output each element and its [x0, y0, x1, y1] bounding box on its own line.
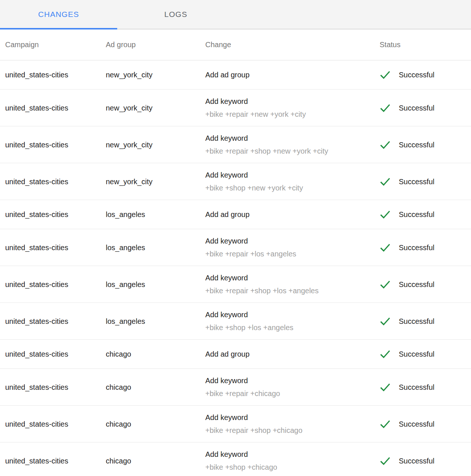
ad-group-cell: new_york_city	[106, 140, 205, 150]
column-header-campaign: Campaign	[5, 41, 106, 49]
campaign-cell: united_states-cities	[5, 349, 106, 359]
change-keywords: +bike +repair +shop +chicago	[205, 424, 380, 437]
status-label: Successful	[399, 210, 435, 219]
change-keywords: +bike +repair +chicago	[205, 387, 380, 400]
ad-group-cell: new_york_city	[106, 103, 205, 113]
tab-changes-label: CHANGES	[38, 10, 79, 19]
change-cell: Add keyword +bike +repair +chicago	[205, 374, 380, 400]
change-keywords: +bike +repair +shop +los +angeles	[205, 284, 380, 297]
status-label: Successful	[399, 382, 435, 392]
change-action: Add ad group	[205, 208, 380, 221]
change-action: Add keyword	[205, 374, 380, 387]
change-cell: Add keyword +bike +shop +chicago	[205, 448, 380, 474]
ad-group-cell: los_angeles	[106, 210, 205, 219]
table-row: united_states-cities los_angeles Add key…	[0, 266, 471, 303]
status-label: Successful	[399, 316, 435, 326]
status-cell: Successful	[380, 70, 471, 80]
change-action: Add keyword	[205, 168, 380, 182]
campaign-cell: united_states-cities	[5, 419, 106, 429]
campaign-cell: united_states-cities	[5, 177, 106, 186]
status-cell: Successful	[380, 103, 471, 113]
change-cell: Add keyword +bike +repair +los +angeles	[205, 234, 380, 260]
campaign-cell: united_states-cities	[5, 456, 106, 466]
campaign-cell: united_states-cities	[5, 140, 106, 150]
column-header-status: Status	[380, 41, 471, 49]
table-header: Campaign Ad group Change Status	[0, 29, 471, 60]
ad-group-cell: new_york_city	[106, 70, 205, 80]
status-label: Successful	[399, 243, 435, 252]
campaign-cell: united_states-cities	[5, 103, 106, 113]
change-cell: Add keyword +bike +shop +new +york +city	[205, 168, 380, 195]
success-check-icon	[380, 456, 391, 466]
table-row: united_states-cities new_york_city Add k…	[0, 126, 471, 163]
status-label: Successful	[399, 70, 435, 80]
ad-group-cell: chicago	[106, 419, 205, 429]
status-label: Successful	[399, 419, 435, 429]
changes-panel: CHANGES LOGS Campaign Ad group Change St…	[0, 0, 471, 476]
change-action: Add keyword	[205, 411, 380, 424]
change-cell: Add keyword +bike +repair +shop +new +yo…	[205, 132, 380, 158]
status-label: Successful	[399, 349, 435, 359]
change-action: Add keyword	[205, 448, 380, 461]
status-cell: Successful	[380, 349, 471, 359]
status-cell: Successful	[380, 456, 471, 466]
status-cell: Successful	[380, 140, 471, 150]
success-check-icon	[380, 316, 391, 326]
status-label: Successful	[399, 177, 435, 186]
table-row: united_states-cities new_york_city Add k…	[0, 90, 471, 126]
change-action: Add keyword	[205, 271, 380, 284]
table-row: united_states-cities new_york_city Add a…	[0, 60, 471, 90]
change-keywords: +bike +shop +new +york +city	[205, 182, 380, 195]
success-check-icon	[380, 382, 391, 392]
column-header-ad-group: Ad group	[106, 41, 205, 49]
ad-group-cell: los_angeles	[106, 243, 205, 252]
change-cell: Add ad group	[205, 68, 380, 81]
ad-group-cell: los_angeles	[106, 280, 205, 289]
table-row: united_states-cities chicago Add keyword…	[0, 369, 471, 406]
status-cell: Successful	[380, 382, 471, 392]
success-check-icon	[380, 419, 391, 429]
table-row: united_states-cities chicago Add ad grou…	[0, 340, 471, 369]
change-action: Add keyword	[205, 132, 380, 145]
change-cell: Add ad group	[205, 347, 380, 361]
success-check-icon	[380, 210, 391, 219]
change-keywords: +bike +shop +chicago	[205, 461, 380, 474]
change-action: Add keyword	[205, 308, 380, 321]
change-action: Add ad group	[205, 347, 380, 361]
status-cell: Successful	[380, 243, 471, 252]
status-cell: Successful	[380, 210, 471, 219]
success-check-icon	[380, 349, 391, 359]
tab-logs[interactable]: LOGS	[117, 0, 234, 29]
success-check-icon	[380, 243, 391, 252]
change-cell: Add ad group	[205, 208, 380, 221]
campaign-cell: united_states-cities	[5, 316, 106, 326]
ad-group-cell: los_angeles	[106, 316, 205, 326]
status-label: Successful	[399, 140, 435, 150]
tab-logs-label: LOGS	[164, 10, 187, 19]
status-cell: Successful	[380, 280, 471, 289]
campaign-cell: united_states-cities	[5, 280, 106, 289]
status-label: Successful	[399, 280, 435, 289]
status-label: Successful	[399, 456, 435, 466]
column-header-change: Change	[205, 41, 380, 49]
change-action: Add ad group	[205, 68, 380, 81]
change-cell: Add keyword +bike +shop +los +angeles	[205, 308, 380, 334]
change-cell: Add keyword +bike +repair +shop +chicago	[205, 411, 380, 437]
change-cell: Add keyword +bike +repair +shop +los +an…	[205, 271, 380, 297]
tab-changes[interactable]: CHANGES	[0, 0, 117, 29]
change-keywords: +bike +shop +los +angeles	[205, 321, 380, 334]
status-cell: Successful	[380, 177, 471, 186]
ad-group-cell: new_york_city	[106, 177, 205, 186]
change-keywords: +bike +repair +new +york +city	[205, 108, 380, 121]
ad-group-cell: chicago	[106, 349, 205, 359]
change-keywords: +bike +repair +los +angeles	[205, 248, 380, 260]
change-action: Add keyword	[205, 234, 380, 248]
campaign-cell: united_states-cities	[5, 243, 106, 252]
change-cell: Add keyword +bike +repair +new +york +ci…	[205, 95, 380, 121]
ad-group-cell: chicago	[106, 382, 205, 392]
success-check-icon	[380, 280, 391, 289]
change-keywords: +bike +repair +shop +new +york +city	[205, 145, 380, 158]
success-check-icon	[380, 177, 391, 186]
table-row: united_states-cities los_angeles Add ad …	[0, 200, 471, 229]
campaign-cell: united_states-cities	[5, 210, 106, 219]
